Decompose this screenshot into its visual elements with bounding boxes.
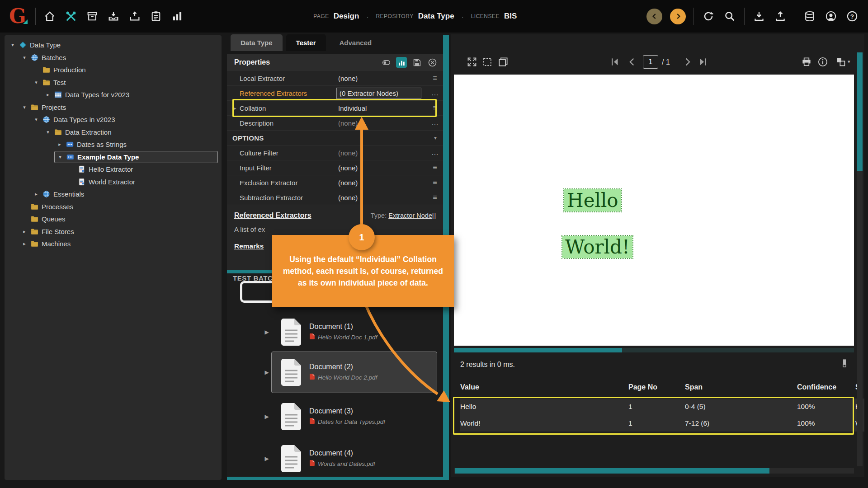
nav-last-icon[interactable] xyxy=(697,56,709,68)
tree-expander-icon[interactable]: ▸ xyxy=(44,92,52,98)
ellipsis-icon[interactable]: … xyxy=(427,119,443,127)
property-value[interactable]: (none) xyxy=(336,164,427,172)
results-horizontal-scrollbar[interactable] xyxy=(454,468,854,474)
document-expander-icon[interactable]: ▶ xyxy=(263,455,270,462)
grooper-logo[interactable]: G xyxy=(9,6,26,26)
tree-item-example-data-type[interactable]: ▾Example Data Type xyxy=(54,151,218,164)
property-row-local-extractor[interactable]: Local Extractor(none)≡ xyxy=(227,71,443,86)
property-value[interactable]: (0 Extractor Nodes) xyxy=(336,88,421,99)
tab-data-type[interactable]: Data Type xyxy=(231,34,283,51)
ellipsis-icon[interactable]: … xyxy=(427,149,443,157)
tree-item-world-extractor[interactable]: World Extractor xyxy=(5,176,222,188)
result-word[interactable]: World! xyxy=(562,236,632,258)
results-row[interactable]: World!17-12 (6)100%W xyxy=(460,415,864,432)
nav-next-icon[interactable] xyxy=(682,56,693,68)
scrollbar-thumb[interactable] xyxy=(454,348,622,352)
description-type-value[interactable]: Extractor Node[] xyxy=(388,212,436,219)
tree-item-projects[interactable]: ▾Projects xyxy=(5,101,222,114)
tree-item-processes[interactable]: Processes xyxy=(5,201,222,213)
results-row[interactable]: Hello10-4 (5)100%H xyxy=(460,399,864,415)
tree-expander-icon[interactable]: ▾ xyxy=(44,129,52,135)
nav-prev-icon[interactable] xyxy=(626,56,638,68)
print-icon[interactable] xyxy=(801,56,812,68)
tree-item-batches[interactable]: ▾Batches xyxy=(5,52,222,64)
middle-horizontal-scrollbar[interactable] xyxy=(227,477,443,480)
menu-icon[interactable]: ≡ xyxy=(427,74,443,82)
tree-expander-icon[interactable]: ▸ xyxy=(33,191,40,197)
property-row-input-filter[interactable]: Input Filter(none)≡ xyxy=(227,160,443,175)
search-icon[interactable] xyxy=(723,9,736,23)
upload-icon[interactable] xyxy=(774,9,787,23)
archive-icon[interactable] xyxy=(85,9,99,23)
property-value[interactable]: (none) xyxy=(336,194,427,202)
menu-icon[interactable]: ≡ xyxy=(427,178,443,187)
document-item-2[interactable]: ▶Document (2)Hello World Doc 2.pdf xyxy=(263,352,438,393)
property-value[interactable]: Individual xyxy=(336,104,427,112)
tree-item-machines[interactable]: ▸Machines xyxy=(5,238,222,250)
results-column-header[interactable]: Confidence xyxy=(797,383,855,391)
tree-expander-icon[interactable]: ▾ xyxy=(9,42,16,48)
design-tools-icon[interactable] xyxy=(64,9,78,23)
property-row-exclusion-extractor[interactable]: Exclusion Extractor(none)≡ xyxy=(227,175,443,190)
tab-advanced[interactable]: Advanced xyxy=(330,34,382,51)
property-row-subtraction-extractor[interactable]: Subtraction Extractor(none)≡ xyxy=(227,190,443,205)
tree-expander-icon[interactable]: ▾ xyxy=(57,154,64,160)
tree-expander-icon[interactable]: ▾ xyxy=(21,104,28,110)
tab-tester[interactable]: Tester xyxy=(286,34,326,51)
tree-item-essentials[interactable]: ▸Essentials xyxy=(5,188,222,201)
copy-pages-icon[interactable] xyxy=(497,56,509,68)
tree-item-hello-extractor[interactable]: Hello Extractor xyxy=(5,163,222,176)
property-expander-icon[interactable]: ▸ xyxy=(231,106,240,111)
viewer-vertical-scrollbar[interactable] xyxy=(857,52,863,466)
tree-item-queues[interactable]: Queues xyxy=(5,213,222,225)
property-row-referenced-extractors[interactable]: Referenced Extractors(0 Extractor Nodes)… xyxy=(227,86,443,101)
nav-first-icon[interactable] xyxy=(609,56,621,68)
menu-icon[interactable]: ≡ xyxy=(427,164,443,172)
tree-item-data-types-in-v2023[interactable]: ▾Data Types in v2023 xyxy=(5,113,222,126)
account-icon[interactable] xyxy=(824,9,838,23)
ellipsis-icon[interactable]: … xyxy=(427,89,443,97)
clear-highlights-icon[interactable] xyxy=(839,358,850,369)
tree-item-dates-as-strings[interactable]: ▸Dates as Strings xyxy=(5,138,222,151)
tree-expander-icon[interactable]: ▾ xyxy=(33,117,40,122)
property-row-collation[interactable]: ▸CollationIndividual≡ xyxy=(227,101,443,116)
scrollbar-thumb[interactable] xyxy=(455,468,769,474)
tree-item-test[interactable]: ▾Test xyxy=(5,76,222,89)
tree-item-data-types-for-v2023[interactable]: ▸Data Types for v2023 xyxy=(5,89,222,101)
options-section-header[interactable]: OPTIONS ▾ xyxy=(227,131,443,145)
fit-view-icon[interactable] xyxy=(466,56,478,68)
tree-expander-icon[interactable]: ▸ xyxy=(56,141,63,147)
results-column-header[interactable]: Page No xyxy=(628,383,685,391)
property-value[interactable]: (none) xyxy=(336,179,427,187)
tree-expander-icon[interactable]: ▸ xyxy=(21,241,28,247)
menu-icon[interactable]: ≡ xyxy=(427,193,443,202)
tree-item-data-extraction[interactable]: ▾Data Extraction xyxy=(5,126,222,139)
document-expander-icon[interactable]: ▶ xyxy=(263,413,270,420)
property-row-description[interactable]: Description(none)… xyxy=(227,116,443,131)
document-expander-icon[interactable]: ▶ xyxy=(263,369,270,375)
tree-item-file-stores[interactable]: ▸File Stores xyxy=(5,225,222,238)
chart-mini-icon[interactable] xyxy=(396,57,407,68)
forward-circle-icon[interactable] xyxy=(670,9,686,24)
refresh-icon[interactable] xyxy=(702,9,715,23)
info-icon[interactable] xyxy=(817,56,829,68)
property-value[interactable]: (none) xyxy=(336,119,427,127)
property-row-culture-filter[interactable]: Culture Filter(none)… xyxy=(227,145,443,160)
document-expander-icon[interactable]: ▶ xyxy=(263,329,270,335)
tree-expander-icon[interactable]: ▸ xyxy=(21,229,28,235)
tree-item-production[interactable]: Production xyxy=(5,64,222,76)
document-item-4[interactable]: ▶Document (4)Words and Dates.pdf xyxy=(263,443,438,474)
results-column-header[interactable]: Span xyxy=(685,383,797,391)
database-icon[interactable] xyxy=(803,9,816,23)
scrollbar-thumb[interactable] xyxy=(857,52,863,171)
home-icon[interactable] xyxy=(43,9,57,23)
batch-upload-icon[interactable] xyxy=(128,9,142,23)
download-icon[interactable] xyxy=(752,9,766,23)
help-icon[interactable]: ? xyxy=(845,9,859,23)
document-horizontal-scrollbar[interactable] xyxy=(454,348,854,352)
page-number-input[interactable] xyxy=(643,55,658,69)
save-floppy-icon[interactable] xyxy=(411,57,422,68)
document-item-1[interactable]: ▶Document (1)Hello World Doc 1.pdf xyxy=(263,316,438,348)
document-item-3[interactable]: ▶Document (3)Dates for Data Types.pdf xyxy=(263,401,438,432)
back-circle-icon[interactable] xyxy=(646,9,662,24)
